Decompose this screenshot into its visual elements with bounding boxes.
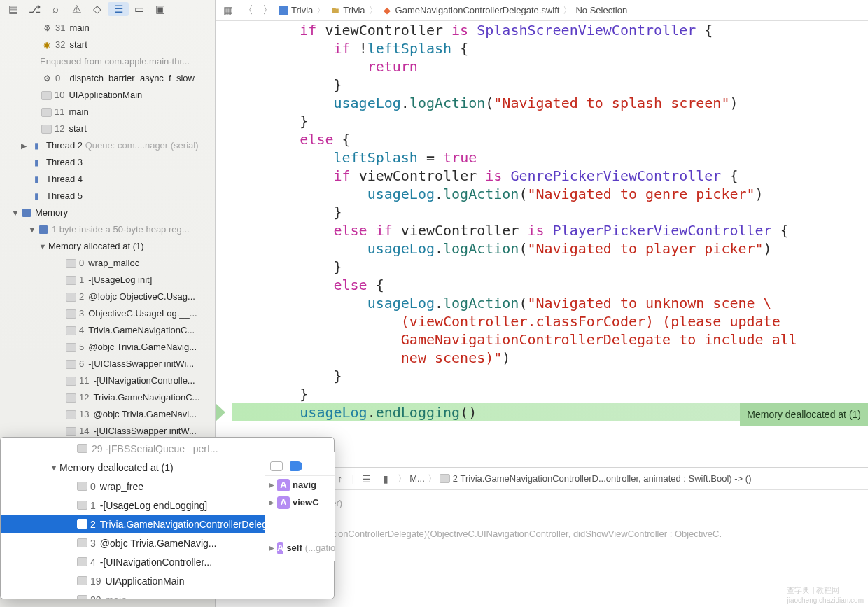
stack-frame[interactable]: ⚙31main — [0, 20, 215, 36]
gear-icon: ⚙ — [41, 73, 52, 84]
frame-icon — [66, 393, 76, 403]
memory-section[interactable]: Memory — [0, 204, 215, 221]
debug-frame-crumb[interactable]: 2 Trivia.GameNavigationControllerD...ont… — [440, 473, 752, 484]
debug-crumb[interactable]: M... — [410, 473, 425, 484]
search-icon[interactable]: ⌕ — [45, 2, 66, 16]
memory-icon — [22, 209, 31, 217]
thread-icon: ▮ — [31, 140, 42, 151]
breadcrumb[interactable]: 🖿Trivia — [329, 5, 365, 16]
gear-icon: ⚙ — [41, 22, 52, 34]
app-icon: ◉ — [41, 39, 52, 50]
frame-icon — [77, 595, 88, 599]
debug-tree: ⚙31main ◉32start Enqueued from com.apple… — [0, 18, 215, 440]
frame-icon — [66, 377, 76, 386]
thread-row[interactable]: ▮Thread 2 Queue: com....nager (serial) — [0, 137, 215, 154]
frame-icon — [66, 326, 76, 335]
thread-row[interactable]: ▮Thread 3 — [0, 154, 215, 171]
swift-file-icon: ◆ — [382, 5, 393, 16]
stack-frame[interactable]: 1-[UsageLog init] — [0, 272, 215, 288]
frame-icon — [66, 293, 76, 302]
type-icon: A — [277, 496, 290, 509]
memory-deallocated-badge[interactable]: Memory deallocated at (1) — [740, 403, 868, 426]
issue-navigator-icon[interactable]: ⚠ — [66, 2, 87, 16]
stack-frame[interactable]: 3ObjectiveC.UsageLog.__... — [0, 305, 215, 322]
stack-frame[interactable]: 19UIApplicationMain — [1, 571, 334, 590]
frame-icon — [77, 519, 88, 529]
stack-frame[interactable]: 4Trivia.GameNavigationC... — [0, 322, 215, 339]
thread-row[interactable]: ▮Thread 5 — [0, 188, 215, 204]
memory-allocated-header[interactable]: Memory allocated at (1) — [0, 238, 215, 255]
breadcrumb-selection[interactable]: No Selection — [575, 5, 627, 15]
enqueue-info: Enqueued from com.apple.main-thr... — [0, 53, 215, 70]
stack-frame[interactable]: 10UIApplicationMain — [0, 87, 215, 104]
variable-row[interactable]: ▶AviewC — [265, 494, 335, 511]
folder-icon: 🖿 — [329, 5, 340, 16]
stack-frame[interactable]: 6-[UIClassSwapper initWi... — [0, 356, 215, 372]
frame-icon — [77, 557, 88, 566]
stack-frame[interactable]: 2@!objc ObjectiveC.Usag... — [0, 288, 215, 305]
frame-icon — [77, 538, 88, 547]
code-content: if viewController is SplashScreenViewCon… — [232, 21, 868, 458]
frame-icon — [77, 482, 88, 491]
thread-icon: ▮ — [31, 157, 42, 168]
jump-bar: ▦ 〈 〉 Trivia 〉 🖿Trivia 〉 ◆GameNavigation… — [216, 0, 868, 21]
frame-icon — [66, 309, 76, 319]
stack-frame[interactable]: ◉32start — [0, 36, 215, 53]
project-icon — [279, 6, 288, 15]
scope-selector[interactable] — [270, 461, 283, 471]
frame-icon — [66, 410, 76, 419]
frame-icon — [66, 343, 76, 352]
source-control-icon[interactable]: ⎇ — [24, 2, 45, 16]
debug-navigator-icon[interactable]: ☰ — [108, 2, 129, 16]
stack-frame[interactable]: 11main — [0, 104, 215, 120]
variables-toolbar — [265, 456, 335, 476]
related-items-icon[interactable]: ▦ — [220, 4, 237, 17]
stack-frame[interactable]: 13@objc Trivia.GameNavi... — [0, 406, 215, 423]
frame-icon — [41, 91, 52, 100]
highlighted-line: usageLog.endLogging()Memory deallocated … — [232, 403, 868, 421]
heap-region[interactable]: 1 byte inside a 50-byte heap reg... — [0, 221, 215, 238]
thread-icon: ▮ — [31, 174, 42, 185]
type-icon: A — [277, 542, 284, 554]
stack-frame[interactable]: 20main — [1, 590, 334, 599]
variables-view: ▶Anavig ▶AviewC ▶Aself(...gationControll… — [265, 452, 335, 561]
stack-frame[interactable]: ⚙0_dispatch_barrier_async_f_slow — [0, 70, 215, 87]
watermark: 查字典 | 教程网 jiaocheng.chazidian.com — [787, 585, 864, 604]
view-debug-icon[interactable]: ☰ — [357, 473, 375, 484]
stack-frame[interactable]: 5@objc Trivia.GameNavig... — [0, 339, 215, 356]
frame-icon — [77, 501, 88, 510]
frame-icon — [440, 474, 450, 483]
type-icon: A — [277, 479, 290, 491]
memory-icon — [39, 225, 48, 234]
breadcrumb[interactable]: Trivia — [279, 5, 313, 15]
navigator-selector-bar: ▤ ⎇ ⌕ ⚠ ◇ ☰ ▭ ▣ — [0, 0, 215, 18]
filter-tag-icon[interactable] — [290, 461, 302, 471]
report-navigator-icon[interactable]: ▣ — [150, 2, 171, 16]
breadcrumb[interactable]: ◆GameNavigationControllerDelegate.swift — [382, 5, 560, 16]
back-button[interactable]: 〈 — [239, 4, 256, 17]
frame-icon — [77, 576, 88, 585]
frame-icon — [66, 360, 76, 369]
forward-button[interactable]: 〉 — [259, 4, 276, 17]
stack-frame[interactable]: 0wrap_malloc — [0, 255, 215, 272]
frame-icon — [66, 427, 76, 436]
source-editor[interactable]: if viewController is SplashScreenViewCon… — [216, 21, 868, 467]
frame-icon — [66, 259, 76, 268]
thread-row[interactable]: ▮Thread 4 — [0, 171, 215, 188]
frame-icon — [41, 125, 52, 134]
variable-row[interactable]: ▶Aself(...gationControllerDelegate) — [265, 539, 335, 557]
thread-icon: ▮ — [31, 190, 42, 202]
frame-icon — [66, 276, 76, 285]
variable-row[interactable]: ▶Anavig — [265, 476, 335, 494]
breakpoint-navigator-icon[interactable]: ▭ — [129, 2, 150, 16]
test-navigator-icon[interactable]: ◇ — [87, 2, 108, 16]
stack-frame[interactable]: 11-[UINavigationControlle... — [0, 372, 215, 389]
project-navigator-icon[interactable]: ▤ — [3, 2, 24, 16]
memory-graph-icon[interactable]: ▮ — [377, 473, 395, 484]
frame-icon — [41, 108, 52, 117]
stack-frame[interactable]: 12Trivia.GameNavigationC... — [0, 389, 215, 406]
stack-frame[interactable]: 12start — [0, 120, 215, 137]
frame-icon — [77, 444, 88, 453]
